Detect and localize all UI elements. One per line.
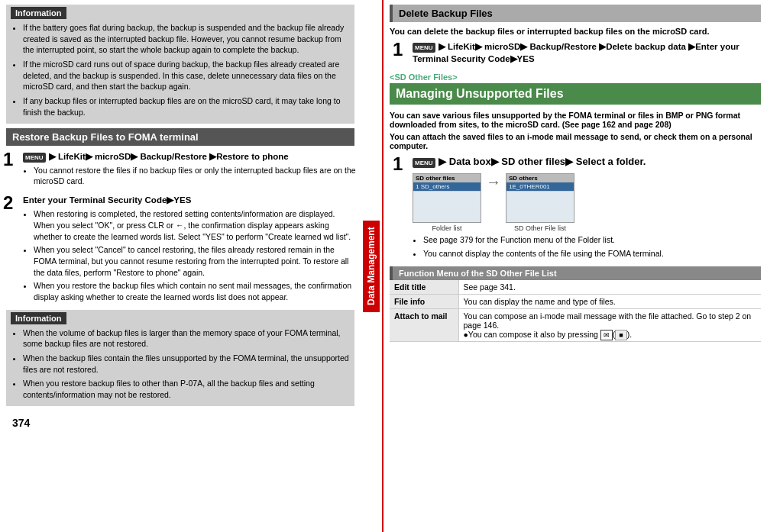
managing-step1: 1 MENU ▶ Data box▶ SD other files▶ Selec… (390, 155, 761, 262)
managing-menu-icon: MENU (413, 158, 435, 168)
info-box-top: Information If the battery goes flat dur… (6, 5, 354, 124)
info-item-1: If the battery goes flat during backup, … (23, 22, 350, 56)
info-header: Information (11, 7, 66, 19)
managing-step1-num: 1 (393, 155, 409, 173)
info2-item-2: When the backup files contain the files … (23, 353, 350, 375)
managing-step1-content: MENU ▶ Data box▶ SD other files▶ Select … (413, 155, 758, 262)
managing-intro1: You can save various files unsupported b… (390, 111, 761, 129)
screen2-item1: 1E_0THER001 (506, 182, 574, 192)
restore-header: Restore Backup Files to FOMA terminal (6, 128, 354, 146)
info-item-3: If any backup files or interrupted backu… (23, 95, 350, 118)
sd-tag: <SD Other Files> (390, 73, 761, 82)
table-cell-value-2: You can compose an i-mode mail message w… (458, 308, 761, 341)
delete-menu-icon: MENU (413, 43, 435, 53)
screen-images: SD other files 1 SD_others Folder list →… (413, 173, 758, 232)
side-label: Data Management (363, 221, 380, 312)
delete-step1-text: ▶ LifeKit▶ microSD▶ Backup/Restore ▶Dele… (413, 42, 739, 63)
table-cell-label-1: File info (390, 294, 458, 308)
page-number: 374 (6, 414, 36, 432)
step2-detail-1: When restoring is completed, the restore… (34, 208, 358, 242)
folder-list-label: Folder list (432, 224, 461, 232)
managing-step1-text: ▶ Data box▶ SD other files▶ Select a fol… (436, 156, 646, 167)
info-item-2: If the microSD card runs out of space du… (23, 59, 350, 92)
delete-step1-num: 1 (393, 40, 409, 65)
table-row-1: File info You can display the name and t… (390, 294, 761, 308)
step1-title: MENU ▶ LifeKit▶ microSD▶ Backup/Restore … (23, 150, 358, 163)
managing-header: Managing Unsupported Files (390, 83, 761, 105)
delete-step1-title: MENU ▶ LifeKit▶ microSD▶ Backup/Restore … (413, 40, 758, 65)
step1-number: 1 (3, 150, 20, 190)
function-table: Edit title See page 341. File info You c… (390, 280, 761, 342)
step2-title: Enter your Terminal Security Code▶YES (23, 194, 358, 206)
arrow-right-icon: → (486, 173, 501, 191)
step2-details: When restoring is completed, the restore… (23, 208, 358, 303)
step2-number: 2 (3, 194, 20, 305)
sidebar: Data Management (361, 0, 384, 532)
delete-step1: 1 MENU ▶ LifeKit▶ microSD▶ Backup/Restor… (390, 40, 761, 65)
table-cell-value-1: You can display the name and type of fil… (458, 294, 761, 308)
info-list-top: If the battery goes flat during backup, … (11, 22, 350, 118)
sd-other-file-list-label: SD Other File list (514, 224, 566, 232)
info-list-bottom: When the volume of backup files is large… (11, 327, 350, 401)
delete-header: Delete Backup Files (390, 5, 761, 22)
info-box-bottom: Information When the volume of backup fi… (6, 310, 354, 406)
function-menu-header: Function Menu of the SD Other File List (390, 266, 761, 280)
screen1: SD other files 1 SD_others (413, 173, 481, 223)
table-cell-label-0: Edit title (390, 280, 458, 295)
step1-content: MENU ▶ LifeKit▶ microSD▶ Backup/Restore … (23, 150, 358, 190)
step2-detail-3: When you restore the backup files which … (34, 280, 358, 302)
screen1-container: SD other files 1 SD_others Folder list (413, 173, 481, 232)
menu-icon-1: MENU (23, 153, 46, 163)
step1-detail-item: You cannot restore the files if no backu… (34, 165, 358, 187)
step2-content: Enter your Terminal Security Code▶YES Wh… (23, 194, 358, 305)
info2-item-3: When you restore backup files to other t… (23, 378, 350, 400)
managing-intro2: You can attach the saved files to an i-m… (390, 132, 761, 150)
table-row-2: Attach to mail You can compose an i-mode… (390, 308, 761, 341)
step2-restore: 2 Enter your Terminal Security Code▶YES … (0, 194, 361, 305)
delete-intro: You can delete the backup files or inter… (390, 27, 761, 36)
table-row-0: Edit title See page 341. (390, 280, 761, 295)
right-main-content: Delete Backup Files You can delete the b… (384, 0, 767, 532)
managing-detail-2: You cannot display the contents of the f… (423, 248, 758, 260)
step1-title-text: ▶ LifeKit▶ microSD▶ Backup/Restore ▶Rest… (47, 152, 289, 161)
managing-step1-title: MENU ▶ Data box▶ SD other files▶ Select … (413, 155, 758, 169)
right-panel: Delete Backup Files You can delete the b… (384, 0, 767, 532)
managing-step1-details: See page 379 for the Function menu of th… (413, 234, 758, 259)
managing-detail-1: See page 379 for the Function menu of th… (423, 234, 758, 246)
step1-restore: 1 MENU ▶ LifeKit▶ microSD▶ Backup/Restor… (0, 150, 361, 190)
table-cell-label-2: Attach to mail (390, 308, 458, 341)
table-cell-value-0: See page 341. (458, 280, 761, 295)
step1-detail: You cannot restore the files if no backu… (23, 165, 358, 187)
info2-header: Information (11, 312, 66, 324)
left-main-content: Information If the battery goes flat dur… (0, 0, 361, 532)
sd-tag-wrapper: <SD Other Files> Managing Unsupported Fi… (390, 73, 761, 111)
step2-detail-2: When you select "Cancel" to cancel resto… (34, 244, 358, 278)
screen2-container: SD others 1E_0THER001 SD Other File list (506, 173, 574, 232)
screen2: SD others 1E_0THER001 (506, 173, 574, 223)
info2-item-1: When the volume of backup files is large… (23, 327, 350, 350)
screen1-item1: 1 SD_others (413, 182, 481, 192)
screen2-title: SD others (506, 174, 574, 182)
delete-step1-content: MENU ▶ LifeKit▶ microSD▶ Backup/Restore … (413, 40, 758, 65)
footer-left: 374 (0, 411, 361, 435)
left-panel: Information If the battery goes flat dur… (0, 0, 384, 532)
screen1-title: SD other files (413, 174, 481, 182)
attach-to-mail-value: You can compose an i-mode mail message w… (464, 311, 752, 339)
